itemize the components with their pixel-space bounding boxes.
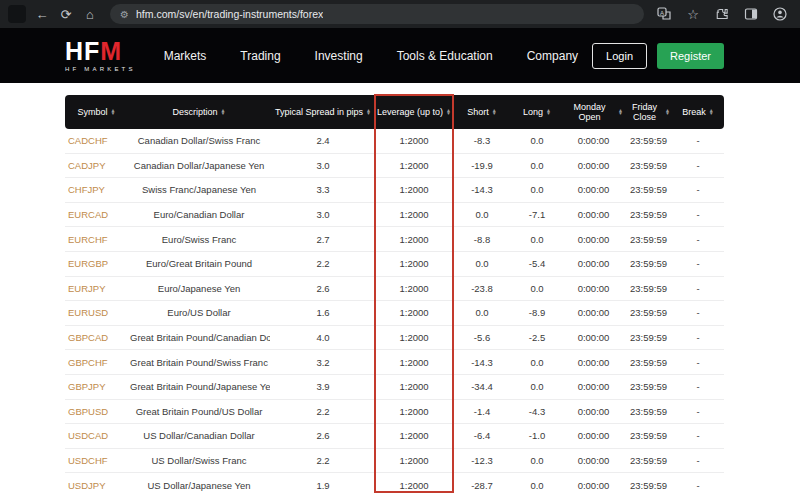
nav-item-tools-education[interactable]: Tools & Education (397, 49, 493, 63)
logo-text: HFM (65, 39, 136, 64)
bookmark-star-icon[interactable]: ☆ (683, 4, 703, 24)
sort-icon[interactable]: ▲▼ (446, 109, 451, 115)
hfm-logo[interactable]: HFM HF MARKETS (65, 39, 136, 72)
cell-description: Great Britain Pound/US Dollar (128, 406, 270, 417)
cell-friday_close: 23:59:59 (625, 283, 672, 294)
cell-break: - (672, 406, 724, 417)
cell-monday_open: 0:00:00 (562, 283, 625, 294)
nav-item-company[interactable]: Company (527, 49, 578, 63)
login-button[interactable]: Login (592, 43, 647, 69)
column-header-friday_close[interactable]: Friday Close▲▼ (625, 102, 672, 123)
cell-long: 0.0 (512, 480, 562, 491)
nav-item-markets[interactable]: Markets (164, 49, 207, 63)
cell-symbol[interactable]: CADJPY (65, 160, 128, 171)
cell-monday_open: 0:00:00 (562, 430, 625, 441)
refresh-icon[interactable]: ⟳ (56, 4, 76, 24)
register-button[interactable]: Register (657, 43, 724, 69)
sort-icon[interactable]: ▲▼ (618, 109, 623, 115)
cell-long: 0.0 (512, 234, 562, 245)
cell-break: - (672, 381, 724, 392)
cell-long: 0.0 (512, 455, 562, 466)
cell-spread: 2.7 (270, 234, 376, 245)
cell-break: - (672, 160, 724, 171)
column-header-long[interactable]: Long▲▼ (512, 107, 562, 117)
cell-description: Euro/Canadian Dollar (128, 209, 270, 220)
cell-monday_open: 0:00:00 (562, 406, 625, 417)
translate-icon[interactable]: A (654, 4, 674, 24)
cell-symbol[interactable]: USDCHF (65, 455, 128, 466)
table-row: USDJPYUS Dollar/Japanese Yen1.91:2000-28… (65, 473, 724, 495)
profile-icon[interactable] (770, 4, 790, 24)
table-row: USDCADUS Dollar/Canadian Dollar2.61:2000… (65, 424, 724, 449)
table-row: EURCADEuro/Canadian Dollar3.01:20000.0-7… (65, 203, 724, 228)
cell-long: -1.0 (512, 430, 562, 441)
cell-break: - (672, 480, 724, 491)
table-row: GBPCHFGreat Britain Pound/Swiss Franc3.2… (65, 350, 724, 375)
table-row: EURUSDEuro/US Dollar1.61:20000.0-8.90:00… (65, 301, 724, 326)
cell-symbol[interactable]: EURCHF (65, 234, 128, 245)
sort-icon[interactable]: ▲▼ (665, 109, 670, 115)
cell-break: - (672, 307, 724, 318)
nav-item-investing[interactable]: Investing (315, 49, 363, 63)
extensions-icon[interactable] (712, 4, 732, 24)
sort-icon[interactable]: ▲▼ (709, 109, 714, 115)
cell-symbol[interactable]: USDCAD (65, 430, 128, 441)
nav-item-trading[interactable]: Trading (240, 49, 280, 63)
cell-leverage: 1:2000 (376, 258, 452, 269)
home-icon[interactable]: ⌂ (80, 4, 100, 24)
cell-short: 0.0 (452, 209, 512, 220)
cell-description: US Dollar/Swiss Franc (128, 455, 270, 466)
address-bar[interactable]: ⚙ hfm.com/sv/en/trading-instruments/fore… (110, 4, 644, 24)
cell-leverage: 1:2000 (376, 307, 452, 318)
cell-symbol[interactable]: CHFJPY (65, 184, 128, 195)
cell-symbol[interactable]: GBPCAD (65, 332, 128, 343)
cell-monday_open: 0:00:00 (562, 184, 625, 195)
cell-symbol[interactable]: EURUSD (65, 307, 128, 318)
cell-leverage: 1:2000 (376, 480, 452, 491)
cell-symbol[interactable]: CADCHF (65, 135, 128, 146)
cell-symbol[interactable]: EURCAD (65, 209, 128, 220)
cell-monday_open: 0:00:00 (562, 209, 625, 220)
back-icon[interactable]: ← (32, 4, 52, 24)
column-header-symbol[interactable]: Symbol▲▼ (65, 107, 128, 117)
column-header-break[interactable]: Break▲▼ (672, 107, 724, 117)
cell-friday_close: 23:59:59 (625, 135, 672, 146)
cell-description: Great Britain Pound/Swiss Franc (128, 357, 270, 368)
column-header-leverage[interactable]: Leverage (up to)▲▼ (376, 107, 452, 117)
cell-friday_close: 23:59:59 (625, 480, 672, 491)
side-panel-icon[interactable] (741, 4, 761, 24)
cell-monday_open: 0:00:00 (562, 357, 625, 368)
cell-long: 0.0 (512, 135, 562, 146)
cell-break: - (672, 332, 724, 343)
cell-symbol[interactable]: GBPCHF (65, 357, 128, 368)
cell-symbol[interactable]: EURGBP (65, 258, 128, 269)
cell-short: -34.4 (452, 381, 512, 392)
cell-symbol[interactable]: EURJPY (65, 283, 128, 294)
column-header-monday_open[interactable]: Monday Open▲▼ (562, 102, 625, 123)
column-header-short[interactable]: Short▲▼ (452, 107, 512, 117)
cell-monday_open: 0:00:00 (562, 332, 625, 343)
cell-leverage: 1:2000 (376, 234, 452, 245)
cell-description: Great Britain Pound/Japanese Yen (128, 381, 270, 392)
table-row: CADCHFCanadian Dollar/Swiss Franc2.41:20… (65, 129, 724, 154)
column-label: Description (173, 107, 218, 117)
cell-symbol[interactable]: USDJPY (65, 480, 128, 491)
sort-icon[interactable]: ▲▼ (546, 109, 551, 115)
sort-icon[interactable]: ▲▼ (111, 109, 116, 115)
column-header-description[interactable]: Description▲▼ (128, 107, 270, 117)
sort-icon[interactable]: ▲▼ (221, 109, 226, 115)
cell-leverage: 1:2000 (376, 381, 452, 392)
column-header-spread[interactable]: Typical Spread in pips▲▼ (270, 107, 376, 117)
site-info-icon[interactable]: ⚙ (120, 9, 129, 20)
page-content: Symbol▲▼Description▲▼Typical Spread in p… (0, 95, 800, 495)
cell-leverage: 1:2000 (376, 455, 452, 466)
cell-long: 0.0 (512, 357, 562, 368)
cell-long: -4.3 (512, 406, 562, 417)
cell-break: - (672, 283, 724, 294)
cell-monday_open: 0:00:00 (562, 480, 625, 491)
cell-symbol[interactable]: GBPJPY (65, 381, 128, 392)
sort-icon[interactable]: ▲▼ (366, 109, 371, 115)
cell-symbol[interactable]: GBPUSD (65, 406, 128, 417)
url-text[interactable]: hfm.com/sv/en/trading-instruments/forex (136, 8, 323, 20)
sort-icon[interactable]: ▲▼ (492, 109, 497, 115)
